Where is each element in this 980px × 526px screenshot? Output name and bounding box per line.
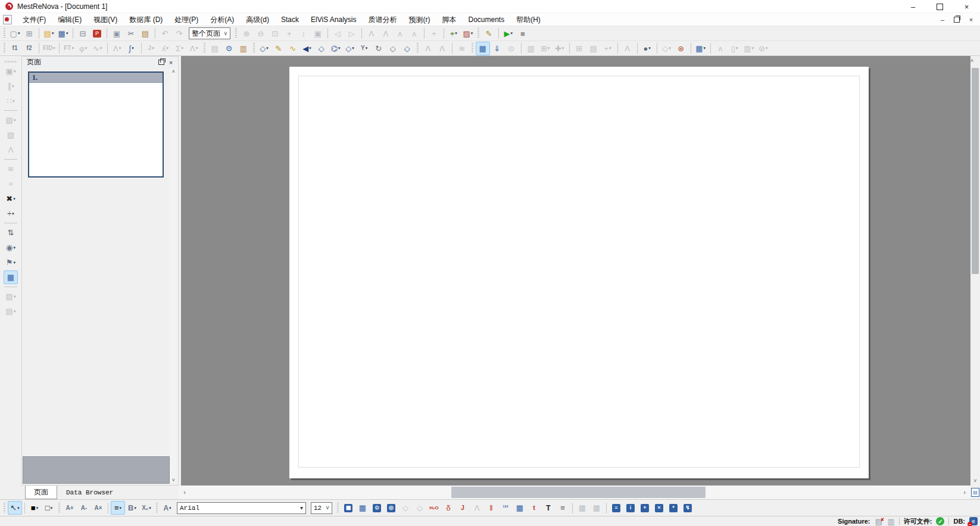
verify-structure-icon[interactable]: ◇▾ bbox=[660, 42, 674, 55]
f1-mode-icon[interactable]: f1 bbox=[8, 42, 22, 55]
corner-page-icon[interactable]: ▤ bbox=[971, 488, 979, 497]
menu-help[interactable]: 帮助(H) bbox=[510, 13, 547, 26]
crosshair-icon[interactable]: + bbox=[427, 27, 441, 41]
peak-shape-icon[interactable]: Λ bbox=[421, 42, 435, 55]
panel-close-button[interactable]: × bbox=[166, 58, 176, 67]
scroll-down-icon[interactable]: ˅ bbox=[970, 477, 980, 485]
color-settings-icon[interactable]: ▨▾ bbox=[461, 27, 475, 41]
annotation-tool-icon[interactable]: ▤▾ bbox=[4, 304, 18, 318]
signature-invalid-icon[interactable]: ▤✘ bbox=[874, 517, 883, 526]
open-folder-icon[interactable]: ▤▾ bbox=[42, 27, 56, 41]
page-thumbnail[interactable]: 1. bbox=[28, 71, 164, 178]
mdi-restore-button[interactable] bbox=[950, 14, 963, 25]
shrink-font-icon[interactable]: A- bbox=[77, 501, 91, 515]
maximize-button[interactable] bbox=[926, 0, 953, 13]
processing-toolkit-icon[interactable]: ⚙ bbox=[222, 42, 236, 55]
rotate-structure-icon[interactable]: ↻ bbox=[372, 42, 386, 55]
mdi-minimize-button[interactable]: – bbox=[936, 14, 949, 25]
full-spectrum-icon[interactable]: Λ bbox=[364, 27, 379, 41]
scroll-up-icon[interactable]: ˄ bbox=[970, 58, 973, 64]
report-lines-icon[interactable]: ≡ bbox=[555, 501, 570, 515]
menu-elvis-analysis[interactable]: ElViS Analysis bbox=[305, 13, 362, 26]
vertical-scroll-thumb[interactable] bbox=[972, 68, 979, 274]
menu-advanced[interactable]: 高级(d) bbox=[240, 13, 275, 26]
arrayed-data-icon[interactable]: t bbox=[527, 501, 541, 515]
zoom-region-icon[interactable]: ⊡ bbox=[268, 27, 282, 41]
stack-plot-icon[interactable]: ≋ bbox=[455, 42, 469, 55]
distribute-objects-icon[interactable]: ∷▾ bbox=[4, 94, 18, 108]
tab-pages[interactable]: 页面 bbox=[25, 485, 57, 499]
data-table-icon[interactable]: ▦ bbox=[476, 42, 490, 55]
stack-increase-icon[interactable]: ≋ bbox=[4, 162, 18, 176]
expand-up-icon[interactable]: ʌ bbox=[393, 27, 407, 41]
delete-object-icon[interactable]: ✖▾ bbox=[4, 192, 18, 206]
paste-structure-icon[interactable]: ▥ bbox=[236, 42, 251, 55]
horizontal-scroll-thumb[interactable] bbox=[451, 487, 706, 498]
db-search-icon[interactable]: ◎ bbox=[384, 501, 398, 515]
save-icon[interactable]: ▦▾ bbox=[56, 27, 70, 41]
db-create-icon[interactable]: + bbox=[638, 501, 652, 515]
image-tool-icon[interactable]: ▨▾ bbox=[4, 290, 18, 303]
swap-order-icon[interactable]: ⇅ bbox=[4, 226, 18, 239]
grow-font-icon[interactable]: A+ bbox=[63, 501, 77, 515]
simulate-spectrum-icon[interactable]: Λ bbox=[470, 501, 484, 515]
column-tool-icon[interactable]: ▯▾ bbox=[728, 42, 742, 55]
spectrum-layout-icon[interactable]: ▧▾ bbox=[4, 113, 18, 127]
pan-icon[interactable]: + bbox=[282, 27, 297, 41]
draw-bond-icon[interactable]: ∿ bbox=[286, 42, 300, 55]
font-color-icon[interactable]: A▾ bbox=[160, 501, 174, 515]
menu-processing[interactable]: 处理(P) bbox=[168, 13, 204, 26]
subscript-icon[interactable]: X₂▾ bbox=[139, 501, 154, 515]
stack-decrease-icon[interactable]: ≈ bbox=[4, 177, 18, 191]
db-settings-icon[interactable]: * bbox=[666, 501, 681, 515]
db-history-icon[interactable]: ⊙ bbox=[370, 501, 384, 515]
visibility-icon[interactable]: ◉▾ bbox=[4, 241, 18, 254]
pin-icon[interactable]: ⚑▾ bbox=[4, 256, 18, 269]
divide-icon[interactable]: ÷▾ bbox=[4, 207, 18, 220]
next-zoom-icon[interactable]: ▷ bbox=[345, 27, 359, 41]
menu-script[interactable]: 脚本 bbox=[436, 13, 463, 26]
page-forward-icon[interactable]: ▥ bbox=[524, 42, 538, 55]
fit-vertically-icon[interactable]: Λ bbox=[379, 27, 393, 41]
charge-tool-icon[interactable]: ◇▾ bbox=[343, 42, 357, 55]
phase-correction-icon[interactable]: φ▾ bbox=[76, 42, 90, 55]
peak-picking-icon[interactable]: Λ▾ bbox=[110, 42, 124, 55]
chain-tool-icon[interactable]: ◀▾ bbox=[300, 42, 314, 55]
copy-icon[interactable]: ▣ bbox=[110, 27, 124, 41]
solvent-icon[interactable]: ●▾ bbox=[640, 42, 654, 55]
pointer-tool-icon[interactable]: ↖▾ bbox=[8, 501, 22, 515]
page-add-icon[interactable]: ⊞▾ bbox=[538, 42, 553, 55]
db-connect-icon[interactable]: ≡ bbox=[609, 501, 623, 515]
prediction-7-icon[interactable]: ◇ bbox=[413, 501, 427, 515]
fid-icon[interactable]: FID▾ bbox=[42, 42, 57, 55]
shift-prediction-icon[interactable]: δ bbox=[441, 501, 455, 515]
menu-view[interactable]: 视图(V) bbox=[88, 13, 123, 26]
horizontal-scrollbar[interactable]: ‹ › bbox=[179, 485, 970, 499]
menu-predict[interactable]: 预测(r) bbox=[403, 13, 436, 26]
summary-table-icon[interactable]: ▦ bbox=[513, 501, 527, 515]
delete-table-columns-icon[interactable]: ▦ bbox=[575, 501, 589, 515]
minimize-button[interactable]: – bbox=[900, 0, 926, 13]
zoom-in-icon[interactable]: ⊕ bbox=[239, 27, 254, 41]
menu-file[interactable]: 文件(F) bbox=[17, 13, 52, 26]
tab-data-browser[interactable]: Data Browser bbox=[57, 485, 122, 499]
scroll-right-icon[interactable]: › bbox=[960, 485, 969, 499]
zoom-out-icon[interactable]: ⊖ bbox=[254, 27, 268, 41]
reset-font-icon[interactable]: A× bbox=[91, 501, 105, 515]
pages-panel-scrollbar[interactable]: ˄ ˅ bbox=[170, 68, 177, 484]
structure-cleanup-icon[interactable]: ◇ bbox=[386, 42, 400, 55]
cut-icon[interactable]: ✂ bbox=[124, 27, 138, 41]
predict-disable-icon[interactable]: ⊘▾ bbox=[756, 42, 770, 55]
auto-assignment-icon[interactable]: ⊛ bbox=[674, 42, 688, 55]
run-script-icon[interactable]: ▶▾ bbox=[501, 27, 516, 41]
export-pdf-icon[interactable]: P bbox=[90, 27, 104, 41]
ring-tool-icon[interactable]: ⌬▾ bbox=[329, 42, 343, 55]
signature-card-icon[interactable]: ▥ bbox=[887, 517, 894, 526]
spectrum-view-icon[interactable]: ▧ bbox=[4, 128, 18, 142]
license-valid-icon[interactable]: ✓ bbox=[936, 517, 944, 525]
font-family-select[interactable]: Arial ▾ bbox=[177, 502, 306, 514]
paste-icon[interactable]: ▤ bbox=[138, 27, 152, 41]
edit-script-icon[interactable]: ✎ bbox=[482, 27, 496, 41]
molecule-match-icon[interactable]: Λ bbox=[620, 42, 635, 55]
line-color-icon[interactable]: □▾ bbox=[42, 501, 56, 515]
